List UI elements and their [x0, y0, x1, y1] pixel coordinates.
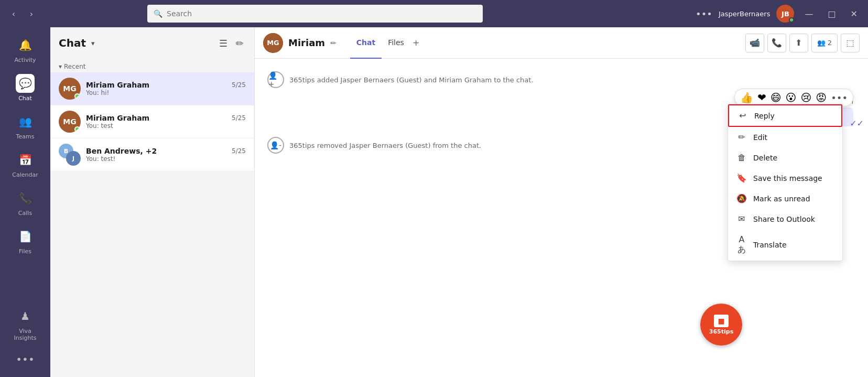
edit-contact-icon[interactable]: ✏	[330, 39, 337, 47]
people-count: 2	[828, 39, 832, 47]
context-menu-delete[interactable]: 🗑 Delete	[728, 147, 842, 168]
chat-avatar-miriam1: MG	[59, 78, 81, 100]
system-message-1: 👤+ 365tips added Jasper Bernaers (Guest)…	[267, 69, 855, 90]
avatar-online-status	[74, 93, 80, 99]
user-name-label: JasperBernaers	[719, 10, 771, 18]
edit-icon: ✏	[736, 132, 747, 142]
recent-section-label: ▾ Recent	[50, 59, 254, 72]
chat-item-ben[interactable]: B J Ben Andrews, +2 5/25 You: test!	[50, 138, 254, 171]
tab-files[interactable]: Files	[382, 27, 410, 59]
add-tab-button[interactable]: +	[413, 27, 419, 59]
files-icon: 📄	[16, 227, 35, 246]
people-icon: 👥	[817, 39, 826, 47]
reaction-more-button[interactable]: •••	[831, 92, 848, 103]
chat-name-row2: Miriam Graham 5/25	[86, 114, 246, 122]
sidebar-item-label-calls: Calls	[18, 210, 32, 217]
chat-header-tools: 📹 📞 ⬆ 👥 2 ⬚	[745, 34, 860, 52]
system-icon-1: 👤+	[267, 71, 284, 88]
chat-panel-title: Chat	[59, 37, 86, 49]
chat-date-miriam2: 5/25	[232, 114, 246, 122]
chat-date-miriam1: 5/25	[232, 81, 246, 89]
nav-forward-button[interactable]: ›	[24, 6, 39, 21]
reaction-heart[interactable]: ❤️	[757, 91, 766, 104]
avatar-status	[789, 17, 794, 23]
nav-back-button[interactable]: ‹	[6, 6, 21, 21]
chat-avatar-ben: B J	[59, 144, 81, 166]
maximize-button[interactable]: □	[823, 7, 840, 21]
chat-date-ben: 5/25	[232, 147, 246, 155]
chat-list-header: Chat ▾ ☰ ✏	[50, 27, 254, 59]
people-button[interactable]: 👥 2	[811, 34, 838, 52]
sidebar: 🔔 Activity 💬 Chat 👥 Teams 📅 Calendar 📞 C…	[0, 27, 50, 377]
chevron-down-icon: ▾	[59, 63, 62, 70]
popout-button[interactable]: ⬚	[841, 34, 860, 52]
more-options-button[interactable]: •••	[696, 8, 712, 19]
reaction-sad[interactable]: 😢	[800, 91, 811, 104]
close-button[interactable]: ✕	[847, 7, 862, 21]
chat-name-miriam1: Miriam Graham	[86, 81, 149, 89]
chat-header-avatar[interactable]: MG	[263, 33, 283, 53]
chat-dropdown-button[interactable]: ▾	[91, 39, 95, 47]
titlebar: ‹ › 🔍 ••• JasperBernaers JB — □ ✕	[0, 0, 868, 27]
sidebar-item-label-calendar: Calendar	[12, 171, 38, 178]
office-icon: ■	[718, 317, 724, 325]
outlook-label: Share to Outlook	[753, 215, 815, 223]
reaction-angry[interactable]: 😡	[816, 91, 827, 104]
context-menu-translate[interactable]: Aあ Translate	[728, 229, 842, 261]
chat-main-header: MG Miriam ✏ Chat Files + 📹 📞 ⬆ 👥 2 ⬚	[255, 27, 868, 59]
sidebar-item-activity[interactable]: 🔔 Activity	[5, 31, 45, 68]
calls-icon: 📞	[16, 189, 35, 208]
save-label: Save this message	[753, 174, 822, 182]
chat-main: MG Miriam ✏ Chat Files + 📹 📞 ⬆ 👥 2 ⬚	[255, 27, 868, 377]
new-chat-button[interactable]: ✏	[234, 36, 246, 51]
context-menu-outlook[interactable]: ✉ Share to Outlook	[728, 209, 842, 229]
edit-label: Edit	[753, 133, 767, 142]
chat-list-panel: Chat ▾ ☰ ✏ ▾ Recent MG Miriam Graham 5/2…	[50, 27, 255, 377]
reaction-laugh[interactable]: 😄	[771, 91, 782, 104]
delete-label: Delete	[753, 154, 777, 162]
chat-icon: 💬	[16, 74, 35, 93]
chat-info-miriam2: Miriam Graham 5/25 You: test	[86, 114, 246, 130]
context-menu-reply[interactable]: ↩ Reply	[728, 104, 842, 127]
avatar[interactable]: JB	[776, 5, 794, 23]
sidebar-item-label-teams: Teams	[16, 133, 35, 140]
video-call-button[interactable]: 📹	[745, 34, 764, 52]
reaction-thumbs-up[interactable]: 👍	[740, 91, 753, 104]
avatar-j: J	[66, 151, 81, 166]
unread-icon: 🔕	[736, 193, 747, 203]
chat-item-miriam2[interactable]: MG Miriam Graham 5/25 You: test	[50, 105, 254, 138]
chat-info-ben: Ben Andrews, +2 5/25 You: test!	[86, 147, 246, 163]
audio-call-button[interactable]: 📞	[767, 34, 786, 52]
screen-share-button[interactable]: ⬆	[789, 34, 808, 52]
unread-label: Mark as unread	[753, 195, 810, 203]
search-input[interactable]	[167, 9, 476, 18]
sidebar-item-teams[interactable]: 👥 Teams	[5, 108, 45, 144]
context-menu-edit[interactable]: ✏ Edit	[728, 127, 842, 147]
minimize-button[interactable]: —	[800, 7, 817, 21]
chat-tabs: Chat Files +	[350, 27, 420, 59]
sidebar-item-chat[interactable]: 💬 Chat	[5, 70, 45, 106]
sidebar-item-viva-insights[interactable]: ♟ Viva Insights	[5, 303, 45, 346]
chat-header-actions: ☰ ✏	[217, 36, 246, 51]
sidebar-item-more[interactable]: •••	[5, 346, 45, 373]
save-icon: 🔖	[736, 173, 747, 183]
filter-button[interactable]: ☰	[217, 36, 230, 51]
chat-item-miriam1[interactable]: MG Miriam Graham 5/25 You: hi!	[50, 72, 254, 105]
sidebar-item-files[interactable]: 📄 Files	[5, 223, 45, 259]
tab-chat[interactable]: Chat	[350, 27, 382, 59]
logo-365tips[interactable]: ■ 365tips	[700, 304, 742, 346]
sidebar-item-calendar[interactable]: 📅 Calendar	[5, 146, 45, 182]
context-menu-save[interactable]: 🔖 Save this message	[728, 168, 842, 188]
system-message-1-text: 365tips added Jasper Bernaers (Guest) an…	[289, 76, 534, 84]
titlebar-right: ••• JasperBernaers JB — □ ✕	[696, 5, 862, 23]
reaction-surprised[interactable]: 😮	[786, 91, 797, 104]
context-menu-unread[interactable]: 🔕 Mark as unread	[728, 188, 842, 209]
message-status-icon: ✓✓	[850, 119, 864, 128]
sidebar-item-label-files: Files	[19, 248, 31, 255]
chat-avatar-miriam2: MG	[59, 111, 81, 133]
message-row: 5/25/2021 4:02 PM 👍 ❤️ 😄 😮 😢 😡 •••	[267, 99, 855, 126]
sidebar-item-calls[interactable]: 📞 Calls	[5, 185, 45, 221]
messages-area: 👤+ 365tips added Jasper Bernaers (Guest)…	[255, 59, 868, 377]
logo-label: 365tips	[709, 328, 733, 335]
chat-name-row3: Ben Andrews, +2 5/25	[86, 147, 246, 155]
